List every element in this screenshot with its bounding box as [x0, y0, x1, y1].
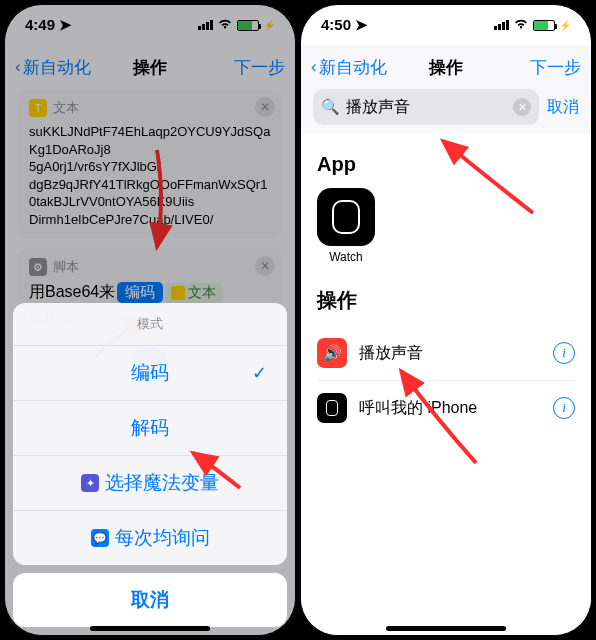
watch-icon: [317, 393, 347, 423]
sheet-option-decode[interactable]: 解码: [13, 401, 287, 456]
action-label: 播放声音: [359, 343, 541, 364]
status-time: 4:50: [321, 16, 351, 33]
phone-left: 4:49 ➤ ⚡ ‹新自动化 操作 下一步 ✕ T文本 suKKLJNdPtF7…: [4, 4, 296, 636]
status-bar: 4:50 ➤ ⚡: [301, 5, 591, 45]
checkmark-icon: ✓: [252, 362, 267, 384]
back-label: 新自动化: [319, 56, 387, 79]
sheet-cancel-button[interactable]: 取消: [13, 573, 287, 627]
action-sheet: 模式 编码✓ 解码 ✦选择魔法变量 💬每次均询问 取消: [13, 303, 287, 627]
info-button[interactable]: i: [553, 342, 575, 364]
location-icon: ➤: [355, 16, 368, 33]
search-cancel-button[interactable]: 取消: [547, 97, 579, 118]
back-button[interactable]: ‹新自动化: [311, 56, 387, 79]
home-indicator[interactable]: [386, 626, 506, 631]
clear-search-button[interactable]: ✕: [513, 98, 531, 116]
charging-icon: ⚡: [559, 20, 571, 31]
phone-right: 4:50 ➤ ⚡ ‹新自动化 操作 下一步 🔍 播放声音 ✕ 取消: [300, 4, 592, 636]
wand-icon: ✦: [81, 474, 99, 492]
speech-icon: 💬: [91, 529, 109, 547]
section-title-actions: 操作: [317, 287, 575, 314]
chevron-left-icon: ‹: [311, 57, 317, 77]
battery-icon: [533, 20, 555, 31]
app-result[interactable]: Watch: [317, 188, 375, 264]
sheet-option-ask[interactable]: 💬每次均询问: [13, 511, 287, 565]
cellular-icon: [494, 20, 509, 30]
search-input[interactable]: 🔍 播放声音 ✕: [313, 89, 539, 125]
action-row-play-sound[interactable]: 🔊 播放声音 i: [317, 326, 575, 381]
sheet-title: 模式: [13, 303, 287, 346]
next-button[interactable]: 下一步: [530, 56, 581, 79]
section-title-app: App: [317, 153, 575, 176]
sheet-option-magic[interactable]: ✦选择魔法变量: [13, 456, 287, 511]
app-label: Watch: [317, 250, 375, 264]
sheet-option-encode[interactable]: 编码✓: [13, 346, 287, 401]
wifi-icon: [513, 17, 529, 33]
action-label: 呼叫我的 iPhone: [359, 398, 541, 419]
speaker-icon: 🔊: [317, 338, 347, 368]
search-query: 播放声音: [346, 97, 410, 118]
home-indicator[interactable]: [90, 626, 210, 631]
action-row-ping-iphone[interactable]: 呼叫我的 iPhone i: [317, 381, 575, 435]
watch-app-icon: [317, 188, 375, 246]
search-icon: 🔍: [321, 98, 340, 116]
info-button[interactable]: i: [553, 397, 575, 419]
nav-header: ‹新自动化 操作 下一步: [301, 45, 591, 89]
